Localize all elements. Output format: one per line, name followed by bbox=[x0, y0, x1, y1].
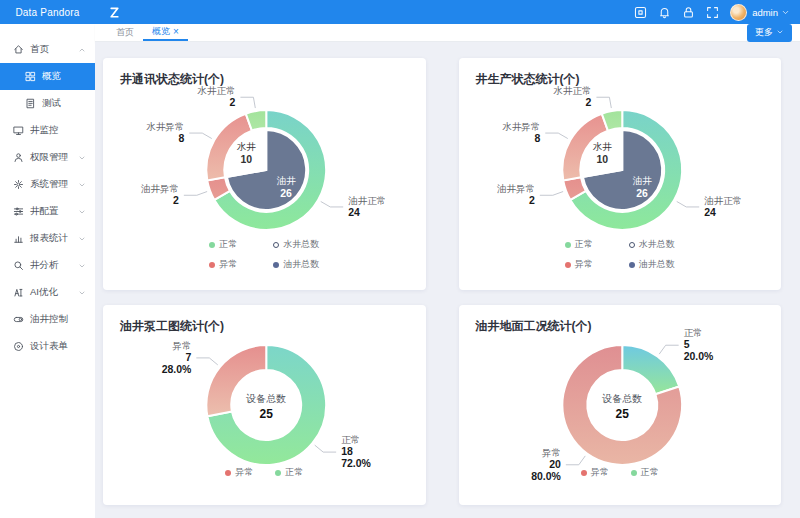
sidebar-item-报表统计[interactable]: 报表统计 bbox=[0, 225, 95, 252]
sidebar-item-系统管理[interactable]: 系统管理 bbox=[0, 171, 95, 198]
sidebar-item-测试[interactable]: 测试 bbox=[0, 90, 95, 117]
legend-item-异常[interactable]: 异常 bbox=[225, 466, 253, 479]
sidebar-item-label: 首页 bbox=[30, 43, 49, 56]
legend-label: 异常 bbox=[575, 258, 593, 271]
legend-label: 异常 bbox=[591, 466, 609, 479]
chart-legend: 异常正常 bbox=[581, 466, 659, 479]
svg-text:7: 7 bbox=[186, 352, 192, 363]
sidebar-item-label: 井分析 bbox=[30, 259, 59, 272]
username[interactable]: admin bbox=[752, 7, 778, 18]
chart-card-well-comm-status: 井通讯状态统计(个) 油井正常24油井异常2水井异常8水井正常2油井26水井10… bbox=[103, 58, 426, 290]
pie-slice-正常[interactable] bbox=[622, 345, 679, 394]
svg-text:72.0%: 72.0% bbox=[341, 458, 371, 469]
sidebar-item-概览[interactable]: 概览 bbox=[0, 63, 95, 90]
fullscreen-icon[interactable] bbox=[706, 6, 719, 19]
sidebar-item-井监控[interactable]: 井监控 bbox=[0, 117, 95, 144]
brand-title: Data Pandora bbox=[0, 7, 95, 18]
svg-text:5: 5 bbox=[683, 339, 689, 350]
svg-text:油井: 油井 bbox=[277, 175, 296, 186]
main-area: 首页概览× 更多 井通讯状态统计(个) 油井正常24油井异常2水井异常8水井正常… bbox=[95, 24, 800, 518]
legend-marker bbox=[273, 242, 279, 248]
svg-text:18: 18 bbox=[341, 446, 353, 457]
legend-label: 正常 bbox=[641, 466, 659, 479]
sidebar-item-label: 测试 bbox=[42, 97, 61, 110]
svg-text:8: 8 bbox=[534, 133, 540, 144]
avatar[interactable] bbox=[730, 4, 747, 21]
svg-text:2: 2 bbox=[529, 195, 535, 206]
logo-icon[interactable] bbox=[107, 5, 122, 20]
legend-item-水井总数[interactable]: 水井总数 bbox=[273, 238, 319, 251]
sidebar-item-设计表单[interactable]: 设计表单 bbox=[0, 333, 95, 360]
sidebar-item-权限管理[interactable]: 权限管理 bbox=[0, 144, 95, 171]
chevron-down-icon bbox=[78, 289, 86, 297]
svg-text:设备总数: 设备总数 bbox=[601, 393, 642, 404]
chart-card-surface-condition: 油井地面工况统计(个) 正常520.0%异常2080.0%设备总数25异常正常 bbox=[459, 305, 782, 505]
legend-label: 正常 bbox=[219, 238, 237, 251]
report-icon bbox=[13, 233, 24, 244]
svg-text:24: 24 bbox=[348, 207, 360, 218]
home-icon bbox=[13, 44, 24, 55]
legend-item-水井总数[interactable]: 水井总数 bbox=[629, 238, 675, 251]
more-button-label: 更多 bbox=[755, 26, 773, 39]
legend-item-正常[interactable]: 正常 bbox=[275, 466, 303, 479]
legend-marker bbox=[629, 242, 635, 248]
legend-item-油井总数[interactable]: 油井总数 bbox=[273, 258, 319, 271]
user-icon bbox=[13, 152, 24, 163]
legend-item-异常[interactable]: 异常 bbox=[209, 258, 237, 271]
sidebar-item-油井控制[interactable]: 油井控制 bbox=[0, 306, 95, 333]
tab-首页[interactable]: 首页 bbox=[107, 24, 143, 41]
svg-text:2: 2 bbox=[585, 97, 591, 108]
legend-item-正常[interactable]: 正常 bbox=[209, 238, 237, 251]
ai-icon bbox=[13, 287, 24, 298]
more-button[interactable]: 更多 bbox=[747, 24, 792, 42]
svg-text:异常: 异常 bbox=[171, 340, 191, 351]
sidebar-item-首页[interactable]: 首页 bbox=[0, 36, 95, 63]
sidebar-item-AI优化[interactable]: AI优化 bbox=[0, 279, 95, 306]
tab-概览[interactable]: 概览× bbox=[143, 24, 188, 41]
legend-label: 油井总数 bbox=[283, 258, 319, 271]
legend-label: 正常 bbox=[285, 466, 303, 479]
app-header: Data Pandora admin bbox=[0, 0, 800, 24]
chart-card-well-production-status: 井生产状态统计(个) 油井正常24油井异常2水井异常8水井正常2油井26水井10… bbox=[459, 58, 782, 290]
pie-slice-异常[interactable] bbox=[206, 345, 266, 416]
svg-text:油井异常: 油井异常 bbox=[496, 183, 534, 194]
close-icon[interactable]: × bbox=[173, 27, 179, 37]
overview-icon bbox=[25, 71, 36, 82]
chevron-down-icon bbox=[78, 208, 86, 216]
bell-icon[interactable] bbox=[658, 6, 671, 19]
sidebar: 首页概览测试井监控权限管理系统管理井配置报表统计井分析AI优化油井控制设计表单 bbox=[0, 24, 95, 518]
svg-text:25: 25 bbox=[260, 407, 274, 421]
svg-text:油井: 油井 bbox=[632, 175, 651, 186]
sidebar-item-label: 权限管理 bbox=[30, 151, 68, 164]
sidebar-item-label: 概览 bbox=[42, 70, 61, 83]
analysis-icon bbox=[13, 260, 24, 271]
svg-text:20.0%: 20.0% bbox=[683, 351, 713, 362]
chevron-down-icon bbox=[78, 154, 86, 162]
chevron-down-icon bbox=[78, 262, 86, 270]
donut-chart: 正常1872.0%异常728.0%设备总数25异常正常 bbox=[103, 305, 426, 505]
lock-icon[interactable] bbox=[682, 6, 695, 19]
legend-marker bbox=[273, 262, 279, 268]
chevron-down-icon[interactable] bbox=[781, 8, 790, 17]
chart-legend: 正常水井总数异常油井总数 bbox=[565, 238, 675, 271]
legend-item-正常[interactable]: 正常 bbox=[631, 466, 659, 479]
card-title: 油井地面工况统计(个) bbox=[459, 305, 782, 335]
card-title: 井通讯状态统计(个) bbox=[103, 58, 426, 88]
tabs: 首页概览× bbox=[107, 24, 188, 41]
svg-text:异常: 异常 bbox=[540, 447, 560, 458]
legend-marker bbox=[631, 470, 637, 476]
legend-item-油井总数[interactable]: 油井总数 bbox=[629, 258, 675, 271]
chevron-down-icon bbox=[78, 181, 86, 189]
tab-label: 首页 bbox=[116, 26, 134, 39]
legend-item-异常[interactable]: 异常 bbox=[565, 258, 593, 271]
legend-item-异常[interactable]: 异常 bbox=[581, 466, 609, 479]
legend-marker bbox=[275, 470, 281, 476]
legend-item-正常[interactable]: 正常 bbox=[565, 238, 593, 251]
square-icon[interactable] bbox=[634, 6, 647, 19]
sidebar-item-label: 报表统计 bbox=[30, 232, 68, 245]
sidebar-item-井分析[interactable]: 井分析 bbox=[0, 252, 95, 279]
svg-text:设备总数: 设备总数 bbox=[245, 393, 286, 404]
legend-label: 油井总数 bbox=[639, 258, 675, 271]
chevron-down-icon bbox=[78, 235, 86, 243]
sidebar-item-井配置[interactable]: 井配置 bbox=[0, 198, 95, 225]
